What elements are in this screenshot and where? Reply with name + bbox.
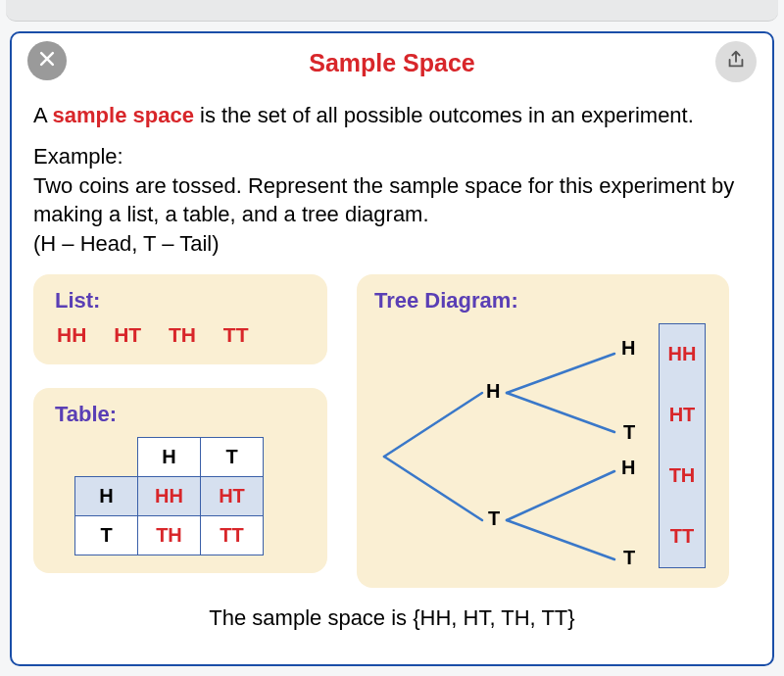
tree-leaf-ht: T [623,421,635,444]
conclusion-text: The sample space is {HH, HT, TH, TT} [33,605,751,631]
tree-outcomes-box: HH HT TH TT [659,323,706,568]
list-panel: List: HH HT TH TT [33,274,327,364]
tree-leaf-th: H [621,457,635,479]
punnett-table: H T H HH HT T TH TT [74,437,264,555]
svg-line-4 [507,471,614,520]
tree-out-tt: TT [660,507,705,567]
tree-node-h: H [486,380,500,403]
example-label: Example: [33,144,751,169]
tree-panel: Tree Diagram: H T H T H T HH HT [357,274,729,588]
definition-suffix: is the set of all possible outcomes in a… [194,103,694,127]
table-cell-th: TH [138,515,201,555]
content-card: Sample Space A sample space is the set o… [10,31,774,666]
example-text: Two coins are tossed. Represent the samp… [33,171,751,229]
svg-line-3 [507,393,614,432]
table-col-h: H [138,437,201,476]
table-cell-tt: TT [201,515,264,555]
page-title: Sample Space [33,43,751,77]
tree-out-hh: HH [660,324,705,385]
tree-out-ht: HT [660,385,705,446]
svg-line-0 [384,393,482,457]
left-column: List: HH HT TH TT Table: H T H HH HT [33,274,327,573]
definition-text: A sample space is the set of all possibl… [33,102,751,130]
list-items: HH HT TH TT [55,323,306,347]
header-row: Sample Space [33,43,751,92]
svg-line-1 [384,457,482,520]
browser-chrome-strip [6,0,778,22]
table-col-t: T [201,437,264,476]
svg-line-5 [507,520,614,559]
list-label: List: [55,288,306,314]
table-label: Table: [55,402,306,427]
table-cell-blank [75,437,138,476]
table-cell-hh: HH [138,476,201,515]
tree-out-th: TH [660,446,705,507]
panels-row: List: HH HT TH TT Table: H T H HH HT [33,274,751,588]
table-panel: Table: H T H HH HT T TH TT [33,388,327,573]
close-button[interactable] [27,41,67,80]
svg-line-2 [507,354,614,393]
legend-text: (H – Head, T – Tail) [33,231,751,257]
tree-leaf-tt: T [623,547,635,569]
definition-prefix: A [33,103,53,127]
tree-node-t: T [488,507,500,530]
tree-lines [374,329,649,584]
table-row-t: T [75,515,138,555]
share-icon [725,49,747,74]
tree-leaf-hh: H [621,337,635,360]
share-button[interactable] [715,41,757,82]
definition-term: sample space [53,103,194,127]
table-row-h: H [75,476,138,515]
tree-label: Tree Diagram: [374,288,715,314]
close-icon [37,49,57,72]
table-cell-ht: HT [201,476,264,515]
